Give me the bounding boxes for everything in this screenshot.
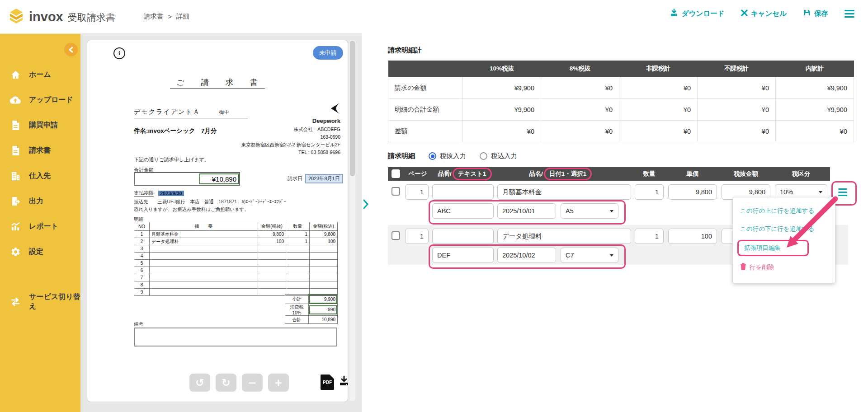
- app-title: invox: [29, 9, 63, 24]
- row-checkbox[interactable]: [392, 187, 400, 196]
- ext-select1-select[interactable]: A5: [561, 203, 618, 219]
- vendor-company: 株式会社 ABCDEFG: [241, 126, 340, 133]
- sidebar-item-export[interactable]: 出力: [0, 188, 80, 214]
- sidebar-item-settings[interactable]: 設定: [0, 239, 80, 264]
- breadcrumb-section[interactable]: 請求書: [144, 12, 164, 21]
- unit-price-input[interactable]: [668, 229, 717, 244]
- vendor-address: 東京都新宿区西新宿2-2-2 新宿センタービル2F: [241, 141, 340, 149]
- item-code-input[interactable]: [432, 184, 494, 200]
- close-icon: [741, 9, 748, 18]
- global-menu-button[interactable]: [844, 10, 854, 18]
- invoice-remarks-box: [134, 328, 337, 346]
- invoice-total-box: ¥10,890: [134, 172, 240, 186]
- zoom-out-button[interactable]: −: [242, 374, 263, 392]
- info-icon[interactable]: i: [113, 47, 125, 59]
- qty-input[interactable]: [635, 184, 664, 200]
- column-page: ページ: [405, 167, 430, 181]
- row-checkbox[interactable]: [392, 231, 400, 240]
- invoice-table-header: NO摘 要 金額(税抜)数量 金額(税込): [134, 222, 338, 231]
- item-code-input[interactable]: [432, 229, 494, 244]
- menu-item-edit-extended-fields[interactable]: 拡張項目編集: [737, 240, 809, 256]
- cancel-button[interactable]: キャンセル: [741, 9, 787, 19]
- menu-item-add-row-above[interactable]: この行の上に行を追加する: [733, 202, 835, 220]
- cloud-upload-icon: [10, 94, 21, 105]
- invoice-document: i 未申請 ご 請 求 書 デモクライアントＡ御中 件名:invoxベーシック …: [87, 40, 348, 402]
- logo-stack-icon: [7, 7, 25, 27]
- invoice-client: デモクライアントＡ御中: [134, 108, 248, 118]
- sidebar-item-reports[interactable]: レポート: [0, 214, 80, 239]
- column-name: 品名/日付1・選択1: [529, 167, 592, 181]
- ext-text1-input[interactable]: [432, 203, 494, 219]
- radio-tax-excluded[interactable]: 税抜入力: [429, 152, 466, 160]
- row-menu-button[interactable]: [835, 184, 851, 200]
- plus-icon: +: [274, 377, 283, 389]
- invoice-grand-total-row: 合計 10,890: [285, 316, 338, 324]
- preview-scrollbar[interactable]: [349, 40, 355, 401]
- sidebar-item-suppliers[interactable]: 仕入先: [0, 163, 80, 188]
- menu-item-add-row-below[interactable]: この行の下に行を追加する: [733, 220, 835, 238]
- column-code: 品番/テキスト1: [438, 167, 492, 181]
- sidebar-item-upload[interactable]: アップロード: [0, 87, 80, 112]
- radio-selected-icon[interactable]: [429, 152, 436, 160]
- sidebar-item-home[interactable]: ホーム: [0, 62, 80, 87]
- sidebar-collapse-button[interactable]: [64, 43, 78, 56]
- line-items-title: 請求明細: [388, 152, 415, 160]
- invoice-fee-note: 恐れ入りますが、お振込み手数料はご負担願います。: [134, 206, 249, 213]
- invoice-issue-date: 2023年8月1日: [305, 174, 343, 183]
- sidebar-item-purchase-request[interactable]: 購買申請: [0, 112, 80, 138]
- ext-text1-input[interactable]: [432, 248, 494, 263]
- rotate-left-icon: ↺: [195, 377, 204, 389]
- annotation-highlight-text1: テキスト1: [453, 168, 492, 180]
- invoice-table-row: 5: [134, 260, 338, 267]
- column-qty: 数量: [635, 167, 664, 181]
- invoice-totals-table: 小計 9,900 消費税10% 990 合計 10,890: [285, 294, 338, 324]
- sidebar-item-service-switch[interactable]: サービス切り替え: [0, 289, 80, 314]
- service-switch-section: サービス切り替え: [0, 289, 80, 314]
- invoice-table-row: 7: [134, 274, 338, 281]
- preview-scrollbar-thumb[interactable]: [350, 41, 355, 176]
- invoice-greeting: 下記の通りご請求申し上げます。: [134, 156, 209, 163]
- unit-price-input[interactable]: [668, 184, 717, 200]
- page-input[interactable]: [405, 229, 429, 244]
- invoice-table-row: 2データ処理料1001100: [134, 238, 338, 245]
- item-name-input[interactable]: [497, 184, 631, 200]
- item-name-input[interactable]: [497, 229, 631, 244]
- summary-table: 10%税抜 8%税抜 非課税計 不課税計 内訳計 請求の金額 ¥9,900 ¥0…: [388, 61, 854, 142]
- vendor-postal: 163-0690: [241, 133, 340, 141]
- invoice-issue-date-row: 請求日 2023年8月1日: [288, 174, 343, 183]
- app-subtitle: 受取請求書: [68, 10, 115, 24]
- trash-icon: [740, 263, 746, 272]
- save-button[interactable]: 保存: [803, 9, 828, 19]
- summary-section-title: 請求明細計: [388, 46, 422, 55]
- rotate-left-button[interactable]: ↺: [189, 374, 210, 392]
- summary-row: 差額 ¥0 ¥0 ¥0 ¥0 ¥0: [388, 121, 854, 142]
- ext-date1-input[interactable]: [497, 248, 556, 263]
- menu-item-delete-row[interactable]: 行を削除: [733, 258, 835, 276]
- rotate-right-icon: ↻: [222, 377, 230, 389]
- chevron-down-icon: [819, 191, 822, 193]
- zoom-in-button[interactable]: +: [268, 374, 289, 392]
- vendor-tel: TEL : 03-5858-9696: [241, 149, 340, 156]
- download-icon: [670, 8, 679, 19]
- breadcrumb-separator: >: [168, 13, 172, 20]
- select-all-checkbox[interactable]: [392, 169, 400, 178]
- qty-input[interactable]: [635, 229, 664, 244]
- gear-icon: [10, 246, 21, 257]
- page-input[interactable]: [405, 184, 429, 200]
- switch-icon: [10, 296, 21, 307]
- rotate-right-button[interactable]: ↻: [216, 374, 236, 392]
- radio-unselected-icon[interactable]: [480, 152, 487, 160]
- building-icon: [10, 170, 21, 181]
- sidebar-nav: ホーム アップロード 購買申請 請求書 仕入先 出力 レポート 設定: [0, 62, 80, 264]
- expand-panel-chevron[interactable]: [363, 199, 369, 211]
- radio-tax-included[interactable]: 税込入力: [480, 152, 517, 160]
- download-file-icon[interactable]: [339, 375, 349, 388]
- sidebar-item-invoices[interactable]: 請求書: [0, 138, 80, 163]
- ext-select1-select[interactable]: C7: [561, 248, 618, 263]
- invoice-table-row: 6: [134, 267, 338, 274]
- annotation-highlight-date-select: 日付1・選択1: [544, 168, 592, 180]
- app-logo[interactable]: invox 受取請求書: [7, 7, 115, 27]
- pdf-icon[interactable]: PDF: [321, 375, 334, 390]
- ext-date1-input[interactable]: [497, 203, 556, 219]
- download-button[interactable]: ダウンロード: [670, 8, 725, 19]
